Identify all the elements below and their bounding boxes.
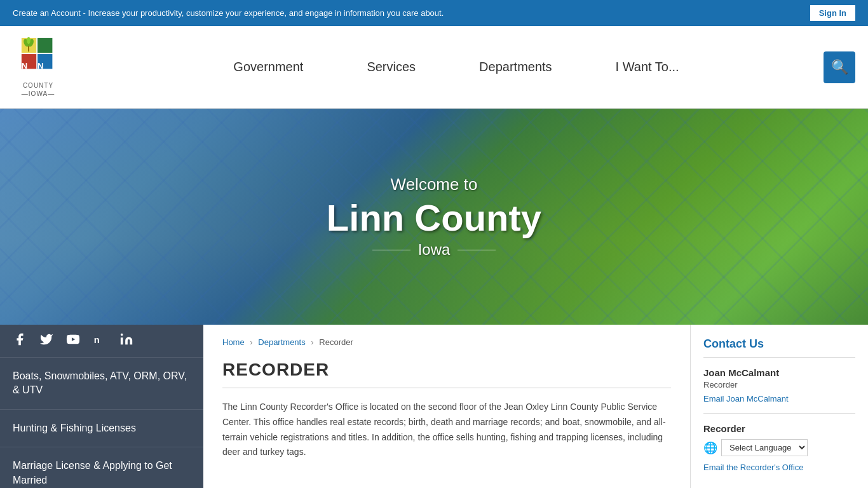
translate-icon: 🌐 — [703, 441, 717, 455]
logo[interactable]: N N COUNTY —IOWA— — [13, 37, 64, 98]
svg-point-7 — [27, 37, 31, 44]
hero-county-name: Linn County — [327, 198, 541, 238]
banner-text: Create an Account - Increase your produc… — [13, 8, 444, 18]
header: N N COUNTY —IOWA— Government Services De… — [0, 26, 868, 109]
logo-text: COUNTY —IOWA— — [22, 81, 55, 98]
linkedin-icon[interactable] — [119, 332, 133, 349]
hero-content: Welcome to Linn County Iowa — [327, 175, 541, 259]
nav-services[interactable]: Services — [367, 60, 416, 74]
contact-email-link[interactable]: Email Joan McCalmant — [703, 394, 789, 403]
twitter-icon[interactable] — [39, 332, 53, 349]
sign-in-button[interactable]: Sign In — [810, 5, 855, 21]
contact-us-title: Contact Us — [703, 337, 855, 358]
breadcrumb-sep2: › — [311, 337, 313, 347]
main-content: Home › Departments › Recorder RECORDER T… — [203, 325, 690, 488]
nav-i-want-to[interactable]: I Want To... — [616, 60, 679, 74]
breadcrumb-home[interactable]: Home — [222, 337, 245, 347]
hero-section: Welcome to Linn County Iowa — [0, 109, 868, 325]
breadcrumb-current: Recorder — [319, 337, 353, 347]
sidebar-link-marriage[interactable]: Marriage License & Applying to Get Marri… — [0, 447, 203, 488]
recorder-label: Recorder — [703, 423, 855, 434]
language-select[interactable]: Select Language English Spanish French — [721, 439, 808, 456]
breadcrumb: Home › Departments › Recorder — [222, 337, 671, 347]
svg-point-13 — [121, 334, 123, 336]
nextdoor-icon[interactable]: n — [93, 332, 107, 349]
page-description-1: The Linn County Recorder's Office is loc… — [222, 400, 671, 460]
svg-rect-1 — [37, 37, 52, 52]
nav-government[interactable]: Government — [233, 60, 303, 74]
contact-role: Recorder — [703, 380, 855, 390]
left-sidebar: n Boats, Snowmobiles, ATV, ORM, ORV, & U… — [0, 325, 203, 488]
contact-divider — [703, 413, 855, 414]
sidebar-item-hunting[interactable]: Hunting & Fishing Licenses — [0, 410, 203, 447]
youtube-icon[interactable] — [66, 332, 80, 349]
top-banner: Create an Account - Increase your produc… — [0, 0, 868, 26]
main-nav: Government Services Departments I Want T… — [89, 60, 824, 74]
search-icon: 🔍 — [831, 59, 848, 76]
sidebar-link-boats[interactable]: Boats, Snowmobiles, ATV, ORM, ORV, & UTV — [0, 358, 203, 409]
right-sidebar: Contact Us Joan McCalmant Recorder Email… — [690, 325, 868, 488]
svg-rect-12 — [121, 337, 123, 344]
svg-text:N: N — [22, 61, 27, 71]
hero-state-name: Iowa — [327, 241, 541, 259]
breadcrumb-sep1: › — [250, 337, 252, 347]
search-button[interactable]: 🔍 — [824, 51, 855, 83]
hero-welcome-text: Welcome to — [327, 175, 541, 194]
translate-widget: 🌐 Select Language English Spanish French — [703, 439, 855, 456]
recorder-office-email-link[interactable]: Email the Recorder's Office — [703, 463, 855, 472]
nav-departments[interactable]: Departments — [479, 60, 552, 74]
breadcrumb-departments[interactable]: Departments — [258, 337, 305, 347]
recorder-section: Recorder 🌐 Select Language English Spani… — [703, 423, 855, 472]
sidebar-item-boats[interactable]: Boats, Snowmobiles, ATV, ORM, ORV, & UTV — [0, 358, 203, 410]
social-bar: n — [0, 325, 203, 358]
logo-icon: N N — [19, 37, 57, 81]
facebook-icon[interactable] — [13, 332, 27, 349]
svg-text:N: N — [37, 61, 43, 71]
page-title: RECORDER — [222, 360, 671, 388]
svg-text:n: n — [94, 335, 100, 345]
sidebar-link-hunting[interactable]: Hunting & Fishing Licenses — [0, 410, 203, 447]
content-area: n Boats, Snowmobiles, ATV, ORM, ORV, & U… — [0, 325, 868, 488]
sidebar-nav: Boats, Snowmobiles, ATV, ORM, ORV, & UTV… — [0, 358, 203, 488]
sidebar-item-marriage[interactable]: Marriage License & Applying to Get Marri… — [0, 447, 203, 488]
contact-name: Joan McCalmant — [703, 367, 855, 378]
